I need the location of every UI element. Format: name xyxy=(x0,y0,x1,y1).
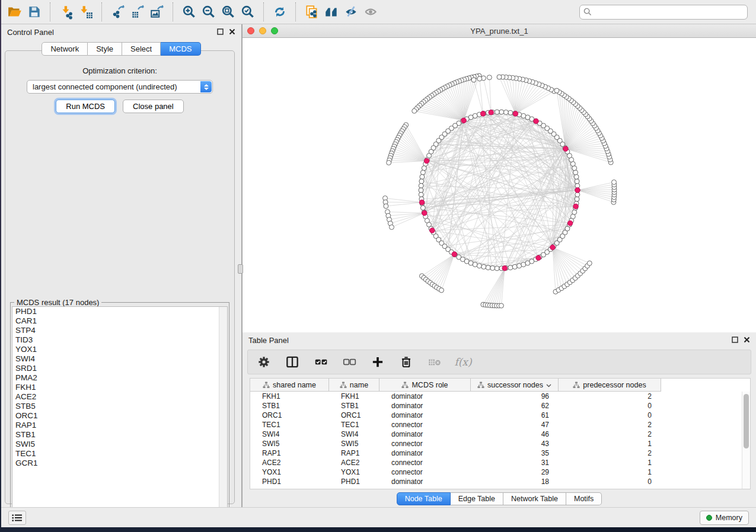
cell-shared-name[interactable]: STB1 xyxy=(250,402,329,410)
cell-shared-name[interactable]: RAP1 xyxy=(250,449,329,457)
mcds-result-item[interactable]: ACE2 xyxy=(12,392,227,402)
tab-network-table[interactable]: Network Table xyxy=(503,492,566,505)
column-header-name[interactable]: name xyxy=(329,379,379,392)
mcds-result-item[interactable]: SRD1 xyxy=(12,364,227,373)
close-table-panel-icon[interactable] xyxy=(744,336,750,345)
cell-predecessor-nodes[interactable]: 2 xyxy=(559,421,661,429)
cell-successor-nodes[interactable]: 18 xyxy=(471,477,559,486)
tab-mcds[interactable]: MCDS xyxy=(161,42,200,56)
mcds-result-item[interactable]: FKH1 xyxy=(12,383,227,392)
cell-shared-name[interactable]: YOX1 xyxy=(250,468,329,476)
table-row[interactable]: YOX1YOX1connector291 xyxy=(250,467,742,477)
mcds-result-item[interactable]: CAR1 xyxy=(12,316,227,326)
mcds-result-item[interactable]: TID3 xyxy=(12,335,227,345)
cell-MCDS-role[interactable]: dominator xyxy=(379,430,471,438)
network-search-input[interactable] xyxy=(579,5,748,20)
cell-successor-nodes[interactable]: 62 xyxy=(471,402,559,410)
import-network-icon[interactable] xyxy=(57,2,75,22)
select-all-icon[interactable] xyxy=(313,353,328,371)
column-header-successor-nodes[interactable]: successor nodes xyxy=(471,379,559,392)
cell-successor-nodes[interactable]: 31 xyxy=(471,459,559,467)
cell-predecessor-nodes[interactable]: 0 xyxy=(559,402,661,410)
optimization-criterion-select[interactable]: largest connected component (undirected) xyxy=(27,80,213,94)
mcds-result-item[interactable]: STB5 xyxy=(12,402,227,411)
mcds-result-item[interactable]: GCR1 xyxy=(12,459,227,468)
zoom-fit-icon[interactable] xyxy=(219,2,237,22)
cell-successor-nodes[interactable]: 47 xyxy=(471,421,559,429)
table-row[interactable]: PHD1PHD1dominator180 xyxy=(250,477,742,486)
refresh-icon[interactable] xyxy=(270,2,289,22)
task-history-button[interactable] xyxy=(8,511,26,525)
table-row[interactable]: SWI4SWI4dominator462 xyxy=(250,430,742,439)
cell-MCDS-role[interactable]: connector xyxy=(379,440,471,448)
tab-node-table[interactable]: Node Table xyxy=(397,492,451,505)
cell-name[interactable]: SWI5 xyxy=(329,440,379,448)
zoom-selected-icon[interactable] xyxy=(238,2,257,22)
close-panel-button[interactable]: Close panel xyxy=(123,100,184,113)
cell-shared-name[interactable]: SWI4 xyxy=(250,430,329,438)
cell-MCDS-role[interactable]: dominator xyxy=(379,411,471,419)
mcds-result-item[interactable]: SWI4 xyxy=(12,354,227,364)
delete-table-icon[interactable] xyxy=(427,353,442,371)
table-row[interactable]: TEC1TEC1connector472 xyxy=(250,420,742,430)
cell-name[interactable]: ACE2 xyxy=(329,459,379,467)
settings-icon[interactable] xyxy=(256,353,272,371)
cell-successor-nodes[interactable]: 46 xyxy=(471,430,559,438)
cell-MCDS-role[interactable]: dominator xyxy=(379,392,471,400)
table-row[interactable]: STB1STB1dominator620 xyxy=(250,401,742,411)
export-table-icon[interactable] xyxy=(128,2,146,22)
import-table-icon[interactable] xyxy=(76,2,95,22)
table-scrollbar[interactable] xyxy=(742,392,750,489)
cell-name[interactable]: YOX1 xyxy=(329,468,379,476)
cell-name[interactable]: SWI4 xyxy=(329,430,379,438)
delete-row-icon[interactable] xyxy=(398,353,414,371)
show-columns-icon[interactable] xyxy=(285,353,300,371)
export-image-icon[interactable] xyxy=(148,2,166,22)
table-row[interactable]: RAP1RAP1dominator352 xyxy=(250,448,742,458)
zoom-in-icon[interactable] xyxy=(180,2,198,22)
cell-successor-nodes[interactable]: 61 xyxy=(471,411,559,419)
cell-MCDS-role[interactable]: connector xyxy=(379,459,471,467)
cell-name[interactable]: TEC1 xyxy=(329,421,379,429)
cell-predecessor-nodes[interactable]: 1 xyxy=(559,459,661,467)
network-canvas[interactable] xyxy=(243,38,756,332)
function-builder-icon[interactable]: f(x) xyxy=(455,353,471,371)
cell-MCDS-role[interactable]: connector xyxy=(379,421,471,429)
cell-shared-name[interactable]: SWI5 xyxy=(250,440,329,448)
cell-name[interactable]: FKH1 xyxy=(329,392,379,400)
export-network-icon[interactable] xyxy=(109,2,127,22)
cell-shared-name[interactable]: PHD1 xyxy=(250,477,329,486)
mcds-result-item[interactable]: TEC1 xyxy=(12,449,227,459)
search-network-icon[interactable] xyxy=(322,2,340,22)
tab-network[interactable]: Network xyxy=(42,42,88,56)
cell-predecessor-nodes[interactable]: 0 xyxy=(559,477,661,486)
cell-MCDS-role[interactable]: dominator xyxy=(379,477,471,486)
panel-divider-handle[interactable] xyxy=(238,264,243,274)
column-header-shared-name[interactable]: shared name xyxy=(250,379,329,392)
cell-name[interactable]: PHD1 xyxy=(329,477,379,486)
cell-predecessor-nodes[interactable]: 2 xyxy=(559,449,661,457)
network-graph[interactable] xyxy=(243,38,756,332)
cell-predecessor-nodes[interactable]: 0 xyxy=(559,411,661,419)
table-row[interactable]: SWI5SWI5connector431 xyxy=(250,439,742,448)
tab-select[interactable]: Select xyxy=(122,42,161,56)
cell-MCDS-role[interactable]: dominator xyxy=(379,402,471,410)
show-all-icon[interactable] xyxy=(361,2,379,22)
close-panel-icon[interactable] xyxy=(229,28,235,37)
cell-successor-nodes[interactable]: 96 xyxy=(471,392,559,400)
tab-motifs[interactable]: Motifs xyxy=(566,492,602,505)
mcds-result-item[interactable]: ORC1 xyxy=(12,411,227,421)
deselect-all-icon[interactable] xyxy=(342,353,357,371)
table-row[interactable]: FKH1FKH1dominator962 xyxy=(250,392,742,401)
mcds-result-item[interactable]: YOX1 xyxy=(12,345,227,354)
cell-name[interactable]: STB1 xyxy=(329,402,379,410)
cell-name[interactable]: RAP1 xyxy=(329,449,379,457)
run-mcds-button[interactable]: Run MCDS xyxy=(56,100,115,113)
hide-selected-icon[interactable] xyxy=(342,2,360,22)
mcds-result-item[interactable]: STB1 xyxy=(12,430,227,440)
mcds-list-scrollbar[interactable] xyxy=(219,307,227,518)
cell-successor-nodes[interactable]: 29 xyxy=(471,468,559,476)
cell-MCDS-role[interactable]: dominator xyxy=(379,449,471,457)
cell-name[interactable]: ORC1 xyxy=(329,411,379,419)
save-session-icon[interactable] xyxy=(25,2,43,22)
